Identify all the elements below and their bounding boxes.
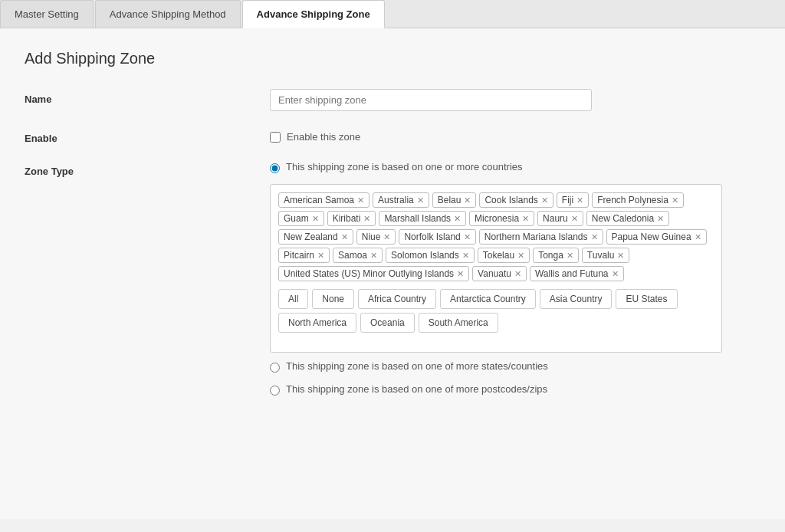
remove-tag-icon[interactable]: ✕ (576, 196, 583, 205)
remove-tag-icon[interactable]: ✕ (522, 215, 529, 223)
enable-field: Enable this zone (270, 128, 760, 143)
enable-label: Enable (25, 128, 270, 144)
filter-btn-south-america[interactable]: South America (419, 313, 498, 333)
remove-tag-icon[interactable]: ✕ (357, 196, 364, 205)
country-tag: Niue ✕ (356, 229, 396, 245)
remove-tag-icon[interactable]: ✕ (383, 233, 390, 241)
country-tag: Northern Mariana Islands ✕ (479, 229, 603, 245)
remove-tag-icon[interactable]: ✕ (317, 251, 324, 260)
filter-btn-north-america[interactable]: North America (278, 313, 356, 333)
country-tag: United States (US) Minor Outlying Island… (278, 266, 469, 281)
remove-tag-icon[interactable]: ✕ (341, 233, 348, 241)
country-tag: American Samoa ✕ (278, 192, 370, 208)
name-row: Name (25, 89, 760, 111)
country-tag: Australia ✕ (373, 192, 429, 208)
radio-states[interactable] (270, 363, 280, 373)
remove-tag-icon[interactable]: ✕ (454, 215, 461, 223)
country-tag: Tonga ✕ (533, 248, 579, 263)
country-tag: Nauru ✕ (537, 211, 583, 226)
country-tag: Samoa ✕ (333, 248, 383, 263)
zone-name-input[interactable] (270, 89, 592, 111)
remove-tag-icon[interactable]: ✕ (464, 196, 471, 205)
country-tag: Wallis and Futuna ✕ (530, 266, 624, 281)
country-tag: Belau ✕ (432, 192, 477, 208)
remove-tag-icon[interactable]: ✕ (517, 251, 524, 260)
remove-tag-icon[interactable]: ✕ (457, 270, 464, 278)
enable-row: Enable Enable this zone (25, 128, 760, 144)
zone-type-field: This shipping zone is based on one or mo… (270, 161, 760, 406)
country-tag: Fiji ✕ (557, 192, 589, 208)
tab-advance-shipping-zone[interactable]: Advance Shipping Zone (242, 0, 385, 28)
country-tag: Tuvalu ✕ (582, 248, 630, 263)
remove-tag-icon[interactable]: ✕ (462, 251, 469, 260)
country-tag: Tokelau ✕ (478, 248, 530, 263)
enable-zone-checkbox[interactable] (270, 132, 281, 143)
zone-type-row: Zone Type This shipping zone is based on… (25, 161, 760, 406)
radio-postcodes-option: This shipping zone is based on one of mo… (270, 383, 760, 396)
country-tag: New Caledonia ✕ (586, 211, 669, 226)
radio-states-label: This shipping zone is based on one of mo… (286, 360, 548, 372)
filter-btn-oceania[interactable]: Oceania (360, 313, 415, 333)
page-content: Add Shipping Zone Name Enable Enable thi… (0, 28, 785, 519)
zone-type-label: Zone Type (25, 161, 270, 177)
radio-postcodes-label: This shipping zone is based on one of mo… (286, 383, 547, 395)
page-title: Add Shipping Zone (25, 50, 760, 67)
country-tag: Guam ✕ (278, 211, 324, 226)
name-field (270, 89, 760, 111)
remove-tag-icon[interactable]: ✕ (514, 270, 521, 278)
country-tag: Vanuatu ✕ (472, 266, 527, 281)
remove-tag-icon[interactable]: ✕ (567, 251, 573, 260)
remove-tag-icon[interactable]: ✕ (672, 196, 678, 205)
radio-countries[interactable] (270, 163, 280, 173)
radio-countries-label: This shipping zone is based on one or mo… (286, 161, 523, 172)
remove-tag-icon[interactable]: ✕ (541, 196, 548, 205)
remove-tag-icon[interactable]: ✕ (617, 251, 624, 260)
remove-tag-icon[interactable]: ✕ (612, 270, 619, 278)
remove-tag-icon[interactable]: ✕ (417, 196, 424, 205)
filter-buttons: AllNoneAfrica CountryAntarctica CountryA… (278, 289, 714, 333)
tabs-bar: Master SettingAdvance Shipping MethodAdv… (0, 0, 785, 28)
remove-tag-icon[interactable]: ✕ (370, 251, 377, 260)
filter-btn-all[interactable]: All (278, 289, 308, 309)
remove-tag-icon[interactable]: ✕ (695, 233, 701, 241)
remove-tag-icon[interactable]: ✕ (657, 215, 664, 223)
radio-postcodes[interactable] (270, 386, 280, 396)
filter-btn-eu-states[interactable]: EU States (616, 289, 677, 309)
country-tag: Cook Islands ✕ (479, 192, 553, 208)
remove-tag-icon[interactable]: ✕ (571, 215, 578, 223)
remove-tag-icon[interactable]: ✕ (464, 233, 471, 241)
countries-box: American Samoa ✕Australia ✕Belau ✕Cook I… (270, 184, 722, 353)
filter-btn-asia-country[interactable]: Asia Country (540, 289, 613, 309)
country-tag: Norfolk Island ✕ (399, 229, 475, 245)
radio-countries-option: This shipping zone is based on one or mo… (270, 161, 760, 173)
enable-checkbox-row: Enable this zone (270, 128, 760, 143)
country-tag: New Zealand ✕ (278, 229, 353, 245)
country-tag: Pitcairn ✕ (278, 248, 330, 263)
filter-btn-none[interactable]: None (312, 289, 354, 309)
radio-states-option: This shipping zone is based on one of mo… (270, 360, 760, 373)
remove-tag-icon[interactable]: ✕ (591, 233, 598, 241)
country-tag: French Polynesia ✕ (592, 192, 684, 208)
filter-btn-africa-country[interactable]: Africa Country (358, 289, 436, 309)
tab-master-setting[interactable]: Master Setting (0, 0, 94, 28)
tab-advance-shipping-method[interactable]: Advance Shipping Method (95, 0, 241, 28)
country-tag: Kiribati ✕ (327, 211, 376, 226)
country-tag: Micronesia ✕ (469, 211, 534, 226)
filter-btn-antarctica-country[interactable]: Antarctica Country (440, 289, 536, 309)
name-label: Name (25, 89, 270, 105)
country-tag: Papua New Guinea ✕ (606, 229, 707, 245)
remove-tag-icon[interactable]: ✕ (312, 215, 319, 223)
enable-zone-label[interactable]: Enable this zone (287, 131, 360, 143)
country-tag: Marshall Islands ✕ (379, 211, 466, 226)
remove-tag-icon[interactable]: ✕ (363, 215, 370, 223)
tags-area: American Samoa ✕Australia ✕Belau ✕Cook I… (278, 192, 714, 281)
country-tag: Solomon Islands ✕ (386, 248, 475, 263)
